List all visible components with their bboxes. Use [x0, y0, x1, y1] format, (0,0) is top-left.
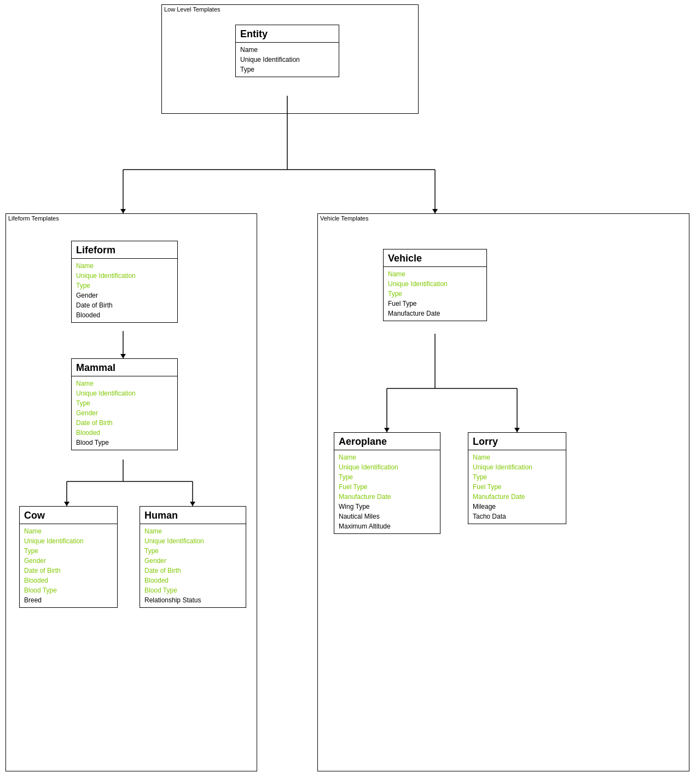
lorry-fields: Name Unique Identification Type Fuel Typ… [468, 450, 566, 524]
cow-field-dob: Date of Birth [24, 566, 113, 576]
lorry-field-uid: Unique Identification [473, 462, 561, 472]
aeroplane-field-name: Name [339, 452, 436, 462]
lorry-field-type: Type [473, 472, 561, 482]
human-field-blooded: Blooded [144, 576, 241, 585]
lorry-title: Lorry [468, 433, 566, 450]
human-fields: Name Unique Identification Type Gender D… [140, 524, 246, 607]
cow-field-uid: Unique Identification [24, 536, 113, 546]
aeroplane-field-fuel: Fuel Type [339, 482, 436, 492]
node-lifeform: Lifeform Name Unique Identification Type… [71, 241, 178, 323]
entity-field-name: Name [240, 45, 334, 55]
lorry-field-tacho: Tacho Data [473, 512, 561, 521]
mammal-field-name: Name [76, 379, 173, 388]
human-title: Human [140, 507, 246, 524]
cow-field-breed: Breed [24, 595, 113, 605]
node-aeroplane: Aeroplane Name Unique Identification Typ… [334, 432, 440, 534]
aeroplane-field-uid: Unique Identification [339, 462, 436, 472]
svg-marker-5 [432, 209, 438, 213]
node-mammal: Mammal Name Unique Identification Type G… [71, 358, 178, 450]
vehicle-field-uid: Unique Identification [388, 279, 482, 289]
vehicle-fields: Name Unique Identification Type Fuel Typ… [384, 267, 486, 321]
lorry-field-name: Name [473, 452, 561, 462]
human-field-gender: Gender [144, 556, 241, 566]
aeroplane-field-type: Type [339, 472, 436, 482]
vehicle-field-type: Type [388, 289, 482, 299]
aeroplane-field-mfg: Manufacture Date [339, 492, 436, 502]
aeroplane-field-nautical: Nautical Miles [339, 512, 436, 521]
lifeform-fields: Name Unique Identification Type Gender D… [72, 259, 177, 322]
aeroplane-title: Aeroplane [334, 433, 440, 450]
human-field-type: Type [144, 546, 241, 556]
diagram-container: Low Level Templates Lifeform Templates V… [0, 0, 696, 784]
lifeform-field-blooded: Blooded [76, 310, 173, 320]
mammal-field-blooded: Blooded [76, 428, 173, 438]
svg-marker-3 [120, 209, 126, 213]
lifeform-templates-label: Lifeform Templates [8, 215, 59, 222]
cow-fields: Name Unique Identification Type Gender D… [20, 524, 117, 607]
lifeform-title: Lifeform [72, 241, 177, 259]
lifeform-field-name: Name [76, 261, 173, 271]
lifeform-field-dob: Date of Birth [76, 300, 173, 310]
vehicle-field-fuel: Fuel Type [388, 299, 482, 309]
node-entity: Entity Name Unique Identification Type [235, 25, 339, 77]
human-field-name: Name [144, 526, 241, 536]
vehicle-field-name: Name [388, 269, 482, 279]
human-field-relationship: Relationship Status [144, 595, 241, 605]
cow-field-type: Type [24, 546, 113, 556]
entity-title: Entity [236, 25, 339, 43]
cow-title: Cow [20, 507, 117, 524]
human-field-uid: Unique Identification [144, 536, 241, 546]
lifeform-field-uid: Unique Identification [76, 271, 173, 281]
entity-field-uid: Unique Identification [240, 55, 334, 65]
lorry-field-fuel: Fuel Type [473, 482, 561, 492]
lorry-field-mfg: Manufacture Date [473, 492, 561, 502]
vehicle-templates-label: Vehicle Templates [320, 215, 368, 222]
mammal-title: Mammal [72, 359, 177, 376]
mammal-field-type: Type [76, 398, 173, 408]
cow-field-blooded: Blooded [24, 576, 113, 585]
vehicle-field-mfg: Manufacture Date [388, 309, 482, 318]
mammal-field-gender: Gender [76, 408, 173, 418]
aeroplane-field-altitude: Maximum Altitude [339, 521, 436, 531]
node-cow: Cow Name Unique Identification Type Gend… [19, 506, 118, 608]
lifeform-field-type: Type [76, 281, 173, 291]
node-vehicle: Vehicle Name Unique Identification Type … [383, 249, 487, 321]
aeroplane-fields: Name Unique Identification Type Fuel Typ… [334, 450, 440, 533]
aeroplane-field-wing: Wing Type [339, 502, 436, 512]
mammal-field-dob: Date of Birth [76, 418, 173, 428]
mammal-field-uid: Unique Identification [76, 388, 173, 398]
entity-fields: Name Unique Identification Type [236, 43, 339, 77]
mammal-field-bloodtype: Blood Type [76, 438, 173, 448]
human-field-bloodtype: Blood Type [144, 585, 241, 595]
mammal-fields: Name Unique Identification Type Gender D… [72, 376, 177, 450]
lifeform-field-gender: Gender [76, 291, 173, 300]
low-level-label: Low Level Templates [164, 6, 221, 13]
cow-field-name: Name [24, 526, 113, 536]
cow-field-bloodtype: Blood Type [24, 585, 113, 595]
cow-field-gender: Gender [24, 556, 113, 566]
lorry-field-mileage: Mileage [473, 502, 561, 512]
entity-field-type: Type [240, 65, 334, 74]
vehicle-title: Vehicle [384, 249, 486, 267]
node-lorry: Lorry Name Unique Identification Type Fu… [468, 432, 566, 524]
node-human: Human Name Unique Identification Type Ge… [140, 506, 246, 608]
human-field-dob: Date of Birth [144, 566, 241, 576]
